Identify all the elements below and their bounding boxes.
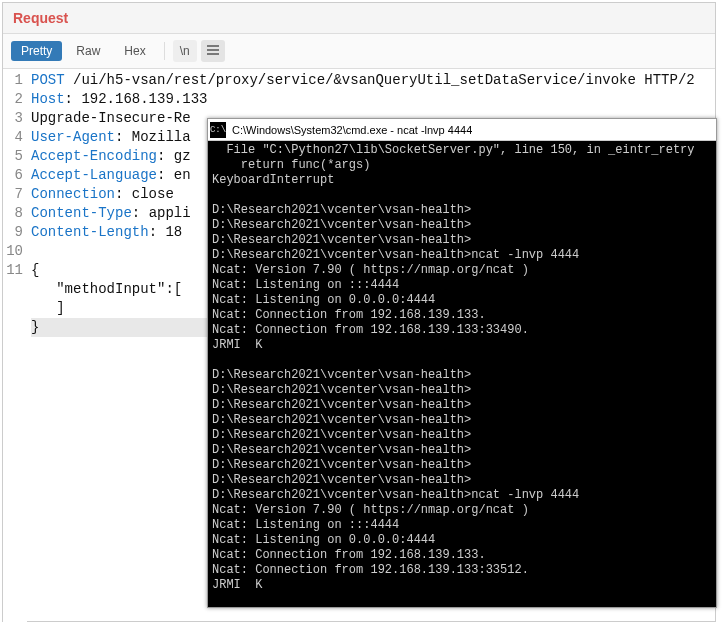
gutter-line: 1 (3, 71, 23, 90)
hamburger-menu-button[interactable] (201, 40, 225, 62)
gutter-line: 11 (3, 261, 23, 280)
gutter-line: 9 (3, 223, 23, 242)
gutter-line (3, 318, 23, 337)
gutter-line: 3 (3, 109, 23, 128)
gutter-line (3, 280, 23, 299)
hamburger-icon (207, 44, 219, 58)
toolbar-separator (164, 42, 165, 60)
gutter-line: 10 (3, 242, 23, 261)
cmd-icon: C:\ (210, 122, 226, 138)
tab-pretty[interactable]: Pretty (11, 41, 62, 61)
gutter-line: 2 (3, 90, 23, 109)
cmd-titlebar[interactable]: C:\ C:\Windows\System32\cmd.exe - ncat -… (208, 119, 716, 141)
code-line: Host: 192.168.139.133 (31, 90, 715, 109)
cmd-body[interactable]: File "C:\Python27\lib\SocketServer.py", … (208, 141, 716, 607)
newline-toggle-button[interactable]: \n (173, 40, 197, 62)
panel-header: Request (3, 3, 715, 34)
cmd-title: C:\Windows\System32\cmd.exe - ncat -lnvp… (232, 124, 472, 136)
editor-toolbar: Pretty Raw Hex \n (3, 34, 715, 69)
gutter-line: 7 (3, 185, 23, 204)
cmd-window[interactable]: C:\ C:\Windows\System32\cmd.exe - ncat -… (207, 118, 717, 608)
panel-title: Request (13, 10, 68, 26)
gutter-line: 8 (3, 204, 23, 223)
gutter-line: 6 (3, 166, 23, 185)
tab-raw[interactable]: Raw (66, 41, 110, 61)
code-line: POST /ui/h5-vsan/rest/proxy/service/&vsa… (31, 71, 715, 90)
gutter-line: 4 (3, 128, 23, 147)
tab-hex[interactable]: Hex (114, 41, 155, 61)
gutter-line: 5 (3, 147, 23, 166)
line-gutter: 1234567891011 (3, 69, 27, 623)
gutter-line (3, 299, 23, 318)
